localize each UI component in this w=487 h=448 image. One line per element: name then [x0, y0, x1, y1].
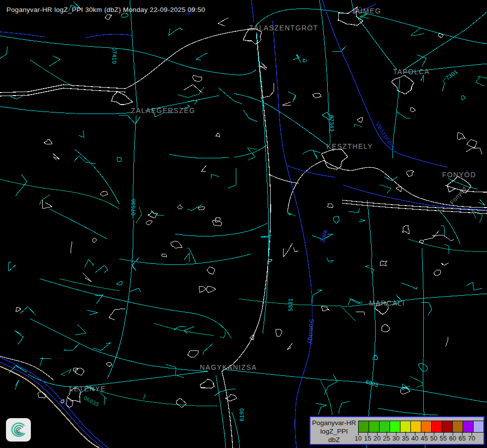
legend-radar-name: Poganyvar-HR [310, 419, 358, 427]
dbz-swatch [358, 421, 369, 433]
dbz-swatch [379, 421, 390, 433]
road-number-label: 07410 [111, 47, 117, 64]
teal-roads [0, 60, 487, 415]
rivers-borders [0, 0, 487, 448]
dbz-swatch [410, 421, 421, 433]
road-number-label: 5831 [288, 298, 293, 311]
legend-unit: dbZ [310, 436, 358, 444]
tick-number: 55 [440, 435, 447, 442]
city-label: NAGYKANIZSA [200, 363, 257, 371]
city-label: TAPOLCA [393, 68, 430, 76]
region-label: Somogy [307, 319, 316, 344]
village-outlines [0, 1, 487, 415]
road-number-label: 07343 [329, 115, 335, 131]
dbz-swatch [473, 421, 484, 433]
dbz-swatch [421, 421, 432, 433]
tick-number: 25 [383, 435, 390, 442]
tick-number: 40 [411, 435, 418, 442]
city-label: LETENYE [69, 385, 106, 393]
tick-number: 50 [430, 435, 437, 442]
dbz-swatch [463, 421, 474, 433]
spiral-icon [8, 420, 29, 440]
tick-number: 45 [421, 435, 428, 442]
tick-number: 35 [402, 435, 409, 442]
tick-number: 65 [459, 435, 466, 442]
tick-number: 60 [449, 435, 456, 442]
tick-number: 20 [374, 435, 381, 442]
legend-product: logZ_PPI [310, 427, 358, 436]
dbz-swatch [452, 421, 463, 433]
dbz-swatch [442, 421, 453, 433]
cyan-roads [0, 0, 487, 448]
met-spiral-logo [6, 418, 31, 442]
tick-number: 10 [355, 435, 362, 442]
city-label: KESZTHELY [326, 142, 373, 150]
road-number-label: 6190 [239, 408, 245, 421]
tick-number: 70 [468, 435, 475, 442]
dbz-swatch [431, 421, 442, 433]
dbz-swatch [369, 421, 380, 433]
city-label: ZALAEGERSZEG [131, 107, 195, 114]
dbz-color-scale [358, 421, 484, 433]
dbz-legend: Poganyvar-HR logZ_PPI dbZ 10152025303540… [309, 416, 485, 445]
city-label: SÜMEG [352, 7, 381, 15]
dbz-swatch [400, 421, 411, 433]
city-label: MARCALI [369, 299, 405, 307]
tick-number: 15 [364, 435, 371, 442]
radar-display: Poganyvar-HR logZ_PPI 30km (dbZ) Monday … [0, 0, 487, 448]
base-map [0, 0, 487, 448]
city-label: FONYÓD [442, 171, 476, 179]
city-label: ZALASZENTGRÓT [249, 24, 318, 32]
legend-caption: Poganyvar-HR logZ_PPI dbZ [310, 419, 358, 444]
radar-title: Poganyvar-HR logZ_PPI 30km (dbZ) Monday … [6, 6, 205, 13]
dbz-swatch [390, 421, 400, 433]
tick-number: 30 [392, 435, 399, 442]
road-number-label: 07536 [130, 199, 136, 215]
